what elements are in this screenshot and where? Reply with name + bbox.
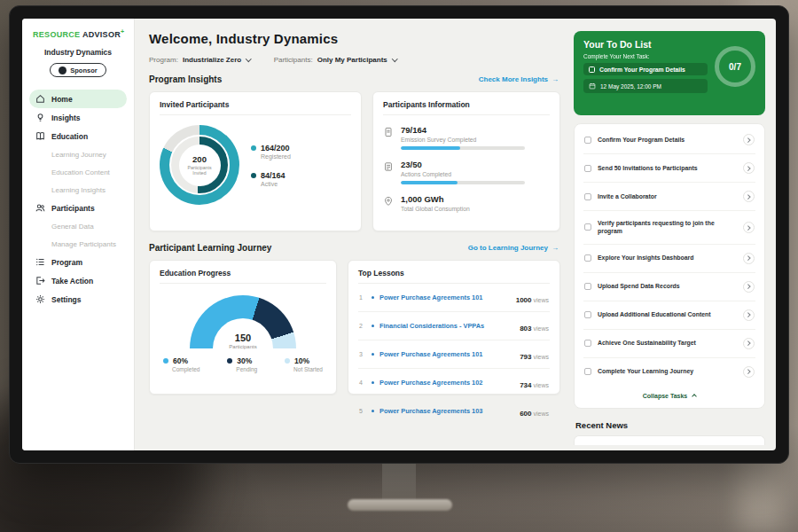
org-name: Industry Dynamics [29, 48, 127, 57]
sidebar-item-label: Education [51, 132, 88, 141]
chevron-up-icon [692, 394, 697, 399]
participants-filter-value: Only My Participants [317, 56, 387, 64]
lesson-views: 600views [520, 403, 549, 419]
invited-donut-center: 200 Participants Invited [179, 145, 221, 186]
sidebar-item-manage-participants[interactable]: Manage Participants [29, 235, 127, 253]
checkbox-icon[interactable] [584, 137, 591, 144]
checkbox-icon[interactable] [584, 311, 591, 318]
sidebar-item-settings[interactable]: Settings [29, 290, 127, 309]
chevron-right-icon[interactable] [743, 162, 755, 174]
link-label: Check More Insights [479, 75, 548, 83]
education-gauge-legend: 60% Completed 30% Pending [160, 356, 326, 372]
lesson-row[interactable]: 3 Power Purchase Agreements 101 793views [358, 340, 550, 369]
consumption-label: Total Global Consumption [401, 206, 470, 212]
task-row[interactable]: Upload Spend Data Records [583, 273, 755, 301]
survey-label: Emission Survey Completed [401, 137, 525, 143]
sidebar-item-learning-journey[interactable]: Learning Journey [29, 145, 127, 163]
task-row[interactable]: Invite a Collaborator [583, 183, 755, 211]
checkbox-icon[interactable] [584, 254, 591, 262]
task-row[interactable]: Explore Your Insights Dashboard [583, 245, 755, 273]
sidebar-item-participants[interactable]: Participants [29, 199, 127, 217]
checkbox-icon[interactable] [584, 283, 591, 290]
lesson-title-link[interactable]: Power Purchase Agreements 102 [379, 379, 514, 387]
checkbox-icon[interactable] [584, 368, 591, 375]
sponsor-badge[interactable]: Sponsor [50, 63, 106, 77]
arrow-right-icon: → [552, 244, 559, 252]
task-row[interactable]: Send 50 Invitations to Participants [583, 154, 755, 183]
program-filter-value: Industrialize Zero [183, 56, 241, 64]
pending-legend-item: 30% Pending [227, 356, 257, 372]
pending-dot [227, 358, 232, 364]
checkbox-icon[interactable] [589, 66, 595, 73]
registered-legend-item: 164/200 Registered [251, 144, 291, 160]
consumption-stat: 1,000 GWh Total Global Consumption [383, 194, 550, 215]
task-row[interactable]: Achieve One Sustainability Target [583, 330, 755, 358]
chevron-right-icon[interactable] [743, 191, 755, 202]
chevron-right-icon[interactable] [743, 338, 755, 349]
checkbox-icon[interactable] [584, 223, 591, 231]
sidebar-item-learning-insights[interactable]: Learning Insights [29, 181, 127, 199]
lesson-views: 803views [520, 318, 549, 334]
active-dot [251, 173, 256, 178]
checklist-icon [383, 160, 394, 184]
collapse-tasks-link[interactable]: Collapse Tasks [583, 386, 755, 408]
sidebar-item-label: Take Action [51, 277, 93, 286]
task-row[interactable]: Upload Additional Educational Content [583, 301, 755, 330]
lesson-row[interactable]: 2 Financial Considerations - VPPAs 803vi… [358, 312, 550, 340]
chevron-right-icon[interactable] [743, 134, 755, 145]
lesson-views: 734views [520, 375, 549, 391]
task-row[interactable]: Verify participants requesting to join t… [583, 211, 755, 245]
task-row[interactable]: Confirm Your Program Details [583, 126, 755, 154]
checkbox-icon[interactable] [584, 340, 591, 347]
chevron-right-icon[interactable] [743, 309, 755, 321]
program-filter[interactable]: Program: Industrialize Zero [149, 56, 251, 64]
go-to-learning-journey-link[interactable]: Go to Learning Journey → [468, 244, 559, 252]
location-pin-icon [383, 194, 394, 215]
sidebar-item-take-action[interactable]: Take Action [29, 271, 127, 290]
calendar-icon [589, 82, 596, 90]
lesson-title-link[interactable]: Power Purchase Agreements 103 [379, 407, 514, 415]
sidebar: RESOURCE ADVISOR+ Industry Dynamics Spon… [22, 19, 135, 450]
section-title: Participant Learning Journey [149, 243, 271, 253]
next-task-row[interactable]: Confirm Your Program Details [583, 63, 708, 75]
book-icon [35, 131, 45, 141]
people-icon [35, 203, 45, 213]
participants-information-card: Participants Information 79/164 Emission… [372, 91, 560, 231]
chevron-right-icon[interactable] [743, 366, 755, 378]
lesson-row[interactable]: 1 Power Purchase Agreements 101 1000view… [358, 284, 550, 312]
task-row[interactable]: Complete Your Learning Journey [583, 358, 755, 386]
sidebar-item-education-content[interactable]: Education Content [29, 163, 127, 181]
education-gauge-wrap: 150 Participants [190, 295, 296, 348]
todo-panel: Your To Do List Complete Your Next Task:… [571, 19, 776, 450]
program-insights-header: Program Insights Check More Insights → [149, 74, 559, 84]
program-filter-label: Program: [149, 56, 178, 64]
participants-filter[interactable]: Participants: Only My Participants [274, 56, 397, 64]
sidebar-item-home[interactable]: Home [29, 90, 127, 108]
insights-cards-row: Invited Participants 200 Participants In… [149, 91, 560, 231]
chevron-right-icon[interactable] [743, 281, 755, 293]
lesson-rank: 5 [359, 408, 366, 414]
task-label: Explore Your Insights Dashboard [598, 254, 737, 262]
app-logo[interactable]: RESOURCE ADVISOR+ [29, 28, 127, 39]
check-more-insights-link[interactable]: Check More Insights → [479, 75, 559, 83]
lesson-title-link[interactable]: Power Purchase Agreements 101 [379, 293, 511, 301]
sidebar-item-education[interactable]: Education [29, 127, 127, 145]
lesson-views: 1000views [516, 290, 549, 306]
sidebar-item-general-data[interactable]: General Data [29, 217, 127, 235]
chevron-down-icon [246, 56, 251, 61]
sidebar-item-program[interactable]: Program [29, 253, 127, 271]
lesson-title-link[interactable]: Financial Considerations - VPPAs [379, 322, 514, 330]
active-legend-item: 84/164 Active [251, 171, 291, 187]
checkbox-icon[interactable] [584, 193, 591, 200]
arrow-right-icon: → [552, 75, 559, 83]
lesson-row[interactable]: 4 Power Purchase Agreements 102 734views [358, 369, 550, 397]
chevron-right-icon[interactable] [743, 253, 755, 264]
card-title: Invited Participants [160, 100, 351, 115]
actions-label: Actions Completed [401, 171, 525, 177]
checkbox-icon[interactable] [584, 165, 591, 172]
lesson-row[interactable]: 5 Power Purchase Agreements 103 600views [358, 397, 550, 425]
main-content: Welcome, Industry Dynamics Program: Indu… [135, 19, 571, 450]
lesson-title-link[interactable]: Power Purchase Agreements 101 [379, 350, 514, 358]
chevron-right-icon[interactable] [743, 222, 755, 233]
sidebar-item-insights[interactable]: Insights [29, 108, 127, 127]
